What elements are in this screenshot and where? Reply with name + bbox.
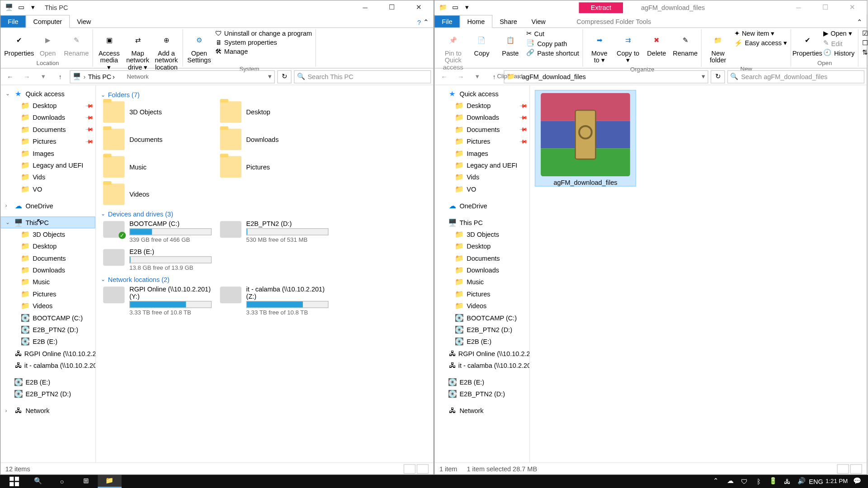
map-drive-button[interactable]: ⇄Map network drive ▾: [124, 29, 151, 73]
copy-path-button[interactable]: 📑Copy path: [525, 39, 580, 48]
drive-e2b-ptn2-d-[interactable]: E2B_PTN2 (D:)530 MB free of 531 MB: [217, 219, 331, 244]
nav-item-e2b-ptn2-d-[interactable]: 💽E2B_PTN2 (D:): [434, 324, 529, 335]
start-button[interactable]: [2, 475, 26, 488]
folder-documents[interactable]: Documents: [101, 127, 214, 152]
nav-item-legacy-and-uefi[interactable]: 📁Legacy and UEFI: [0, 159, 95, 171]
move-to-button[interactable]: ➡Move to ▾: [585, 29, 613, 66]
details-view-button[interactable]: [837, 464, 849, 474]
nav-item-documents[interactable]: 📁Documents: [0, 252, 95, 264]
context-tab-extract[interactable]: Extract: [579, 2, 623, 13]
collapse-ribbon-icon[interactable]: ⌃: [857, 19, 862, 26]
close-button[interactable]: ✕: [839, 0, 865, 14]
qat-dropdown-icon[interactable]: ▾: [28, 3, 38, 12]
nav-item-downloads[interactable]: 📁Downloads: [0, 264, 95, 276]
minimize-button[interactable]: ─: [785, 0, 812, 14]
history-button[interactable]: 🕘History: [822, 48, 856, 57]
nav-item-desktop[interactable]: 📁Desktop📌: [434, 99, 529, 111]
group-folders[interactable]: ⌄Folders (7): [101, 88, 429, 99]
content-pane[interactable]: ⌄Folders (7) 3D ObjectsDesktopDocumentsD…: [96, 85, 433, 463]
uninstall-button[interactable]: 🛡Uninstall or change a program: [214, 29, 313, 38]
nav-item-legacy-and-uefi[interactable]: 📁Legacy and UEFI: [434, 159, 529, 171]
refresh-button[interactable]: ↻: [711, 70, 725, 83]
tray-network-icon[interactable]: 🖧: [783, 477, 792, 486]
nav-item-videos[interactable]: 📁Videos: [0, 300, 95, 311]
copy-button[interactable]: 📄Copy: [468, 29, 495, 58]
qat-dropdown-icon[interactable]: ▾: [462, 3, 472, 12]
tab-file[interactable]: File: [0, 15, 25, 27]
taskbar-explorer[interactable]: 📁: [98, 475, 122, 488]
nav-item-rgpi-online-10-10-2-201-y-[interactable]: 🖧RGPI Online (\\10.10.2.201) (Y:): [434, 347, 529, 359]
nav-item-pictures[interactable]: 📁Pictures📌: [0, 135, 95, 147]
nav-item-desktop[interactable]: 📁Desktop📌: [0, 99, 95, 111]
nav-item-documents[interactable]: 📁Documents: [434, 252, 529, 264]
nav-item-downloads[interactable]: 📁Downloads📌: [434, 112, 529, 123]
maximize-button[interactable]: ☐: [378, 0, 405, 14]
address-bar[interactable]: 🖥️ › This PC › ▾: [70, 70, 275, 83]
cortana-button[interactable]: ○: [50, 475, 74, 488]
nav-item-it-calamba-10-10-2-201-z-[interactable]: 🖧it - calamba (\\10.10.2.201) (Z:): [0, 359, 95, 371]
drive-rgpi-online-10-10-2-201-y-[interactable]: RGPI Online (\\10.10.2.201) (Y:)3.33 TB …: [101, 284, 214, 317]
invert-selection-button[interactable]: ⇅Invert selection: [861, 48, 868, 57]
copy-to-button[interactable]: ⇉Copy to ▾: [614, 29, 642, 66]
folder-videos[interactable]: Videos: [101, 182, 214, 206]
tray-clock[interactable]: 1:21 PM: [826, 478, 848, 485]
manage-button[interactable]: 🛠Manage: [214, 47, 313, 55]
navigation-pane[interactable]: ⌄★Quick access 📁Desktop📌📁Downloads📌📁Docu…: [0, 85, 96, 463]
search-button[interactable]: 🔍: [26, 475, 50, 488]
recent-dropdown[interactable]: ▾: [470, 70, 485, 84]
folder-3d-objects[interactable]: 3D Objects: [101, 99, 214, 124]
minimize-button[interactable]: ─: [352, 0, 378, 14]
folder-desktop[interactable]: Desktop: [217, 99, 331, 124]
properties-button[interactable]: ✔︎Properties: [5, 29, 33, 58]
nav-item-3d-objects[interactable]: 📁3D Objects: [0, 228, 95, 240]
qat-properties-icon[interactable]: ▭: [450, 3, 460, 12]
select-all-button[interactable]: ☑Select all: [861, 29, 868, 38]
properties-button[interactable]: ✔︎Properties: [793, 29, 821, 58]
nav-item-vids[interactable]: 📁Vids: [434, 171, 529, 183]
folder-music[interactable]: Music: [101, 155, 214, 179]
address-dropdown-icon[interactable]: ▾: [702, 73, 705, 80]
drive-bootcamp-c-[interactable]: BOOTCAMP (C:)339 GB free of 466 GB: [101, 219, 214, 244]
tab-view[interactable]: View: [70, 15, 98, 27]
tab-file[interactable]: File: [434, 15, 459, 27]
nav-onedrive[interactable]: ›☁OneDrive: [0, 200, 95, 211]
tray-language-icon[interactable]: ENG: [811, 477, 821, 486]
nav-item-rgpi-online-10-10-2-201-y-[interactable]: 🖧RGPI Online (\\10.10.2.201) (Y:): [0, 347, 95, 359]
cut-button[interactable]: ✂Cut: [525, 29, 580, 38]
breadcrumb-current[interactable]: agFM_download_files: [522, 73, 586, 80]
tray-bluetooth-icon[interactable]: ᛒ: [754, 477, 764, 486]
tray-overflow-icon[interactable]: ⌃: [711, 477, 721, 486]
content-pane[interactable]: agFM_download_files: [530, 85, 867, 463]
system-properties-button[interactable]: 🖥System properties: [214, 38, 313, 46]
tab-computer[interactable]: Computer: [25, 15, 70, 28]
nav-network[interactable]: 🖧Network: [434, 404, 529, 416]
taskbar[interactable]: 🔍 ○ ⊞ 📁 ⌃ ☁ 🛡 ᛒ 🔋 🖧 🔊 ENG 1:21 PM 💬: [0, 475, 868, 488]
up-button[interactable]: ↑: [487, 70, 501, 84]
nav-item-vids[interactable]: 📁Vids: [0, 171, 95, 183]
task-view-button[interactable]: ⊞: [74, 475, 98, 488]
new-item-button[interactable]: ✦New item ▾: [733, 29, 788, 38]
nav-item-e2b-ptn2-d-[interactable]: 💽E2B_PTN2 (D:): [0, 324, 95, 335]
paste-button[interactable]: 📋Paste: [496, 29, 524, 58]
nav-item-desktop[interactable]: 📁Desktop: [434, 240, 529, 252]
nav-network[interactable]: ›🖧Network: [0, 404, 95, 416]
collapse-ribbon-icon[interactable]: ⌃: [423, 19, 429, 26]
tray-battery-icon[interactable]: 🔋: [768, 477, 778, 486]
group-netloc[interactable]: ⌄Network locations (2): [101, 272, 429, 284]
address-dropdown-icon[interactable]: ▾: [268, 73, 272, 80]
group-drives[interactable]: ⌄Devices and drives (3): [101, 207, 429, 219]
easy-access-button[interactable]: ⚡Easy access ▾: [733, 39, 788, 48]
titlebar[interactable]: 🖥️ ▭ ▾ This PC ─ ☐ ✕: [0, 0, 433, 14]
nav-item-e2b-ptn2-d-[interactable]: 💽E2B_PTN2 (D:): [0, 388, 95, 399]
nav-item-pictures[interactable]: 📁Pictures: [0, 288, 95, 300]
file-item-archive[interactable]: agFM_download_files: [535, 90, 636, 187]
nav-item-downloads[interactable]: 📁Downloads: [434, 264, 529, 276]
tray-notifications-icon[interactable]: 💬: [853, 477, 862, 486]
nav-item-it-calamba-10-10-2-201-z-[interactable]: 🖧it - calamba (\\10.10.2.201) (Z:): [434, 359, 529, 371]
titlebar[interactable]: 📁 ▭ ▾ Extract agFM_download_files ─ ☐ ✕: [434, 0, 867, 14]
navigation-pane[interactable]: ★Quick access 📁Desktop📌📁Downloads📌📁Docum…: [434, 85, 530, 463]
qat-properties-icon[interactable]: ▭: [16, 3, 26, 12]
icons-view-button[interactable]: [850, 464, 862, 474]
delete-button[interactable]: ✖Delete: [643, 29, 670, 58]
tray-security-icon[interactable]: 🛡: [740, 477, 749, 486]
